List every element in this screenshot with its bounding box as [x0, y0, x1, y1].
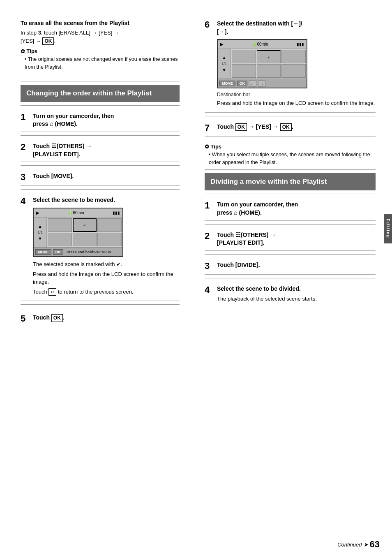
continued-text: Continued: [337, 542, 362, 548]
lcd-thumb-6-1: [232, 50, 256, 63]
step-1-number: 1: [21, 112, 25, 122]
lcd-left-controls-step6: ▲ 1/1 ▼: [218, 49, 231, 79]
checkmark-icon: ✔: [116, 261, 121, 267]
lcd-thumb-6-6: [281, 64, 306, 78]
erase-section: To erase all the scenes from the Playlis…: [21, 16, 180, 78]
step4-note2: Press and hold the image on the LCD scre…: [33, 270, 180, 286]
div-step-2-number: 2: [205, 231, 210, 241]
tips-erase: ✿ Tips The original scenes are not chang…: [21, 48, 180, 71]
lcd-move-btn: MOVE: [35, 249, 51, 255]
bottom-continued: Continued ➤ 63: [337, 539, 380, 550]
lcd-move-btn-6: MOVE: [219, 81, 235, 86]
left-column: To erase all the scenes from the Playlis…: [0, 12, 192, 546]
home-icon-div1: ⌂: [234, 209, 237, 216]
step4-note3: Touch ↩ to return to the previous screen…: [33, 288, 180, 296]
lcd-main-area-step4: ✔: [47, 218, 122, 247]
step-5: 5 Touch OK.: [21, 308, 180, 327]
step-1-title: Turn on your camcorder, thenpress ⌂ (HOM…: [33, 112, 180, 128]
ok-box-step5: OK: [51, 314, 63, 322]
step-2-number: 2: [21, 142, 25, 152]
lcd-main-area-step6: ▲: [231, 49, 307, 79]
div-step-3-title: Touch [DIVIDE].: [217, 261, 376, 269]
lcd-screen-step4: ▶ 🔋60min ▮▮▮ ▲ 1/1 ▼ ✔: [33, 208, 123, 257]
tips-right: ✿ Tips When you select multiple scenes, …: [205, 144, 376, 167]
div-step-1: 1 Turn on your camcorder, thenpress ⌂ (H…: [205, 197, 376, 220]
divider-r7: [205, 278, 376, 278]
lcd-icon-hdd-6: ▶: [220, 42, 224, 46]
step-6: 6 Select the destination with [←]/[→]. ▶…: [205, 16, 376, 113]
tips-right-item-1: When you select multiple scenes, the sce…: [205, 151, 376, 167]
step-6-content: ▶ 🔋60min ▮▮▮ ▲ 1/1 ▼ ▲: [217, 39, 376, 107]
lcd-content-area-step4: ▲ 1/1 ▼ ✔: [34, 218, 122, 247]
step-3-number: 3: [21, 172, 25, 182]
lcd-dest-indicator: ▲: [257, 50, 281, 63]
right-column: 6 Select the destination with [←]/[→]. ▶…: [192, 12, 392, 546]
div-step-2-title: Touch ☷(OTHERS) → [PLAYLIST EDIT].: [217, 231, 376, 247]
div-step-4-content: The playback of the selected scene start…: [217, 295, 376, 303]
page-number: 63: [370, 539, 380, 550]
lcd-thumb-4: [48, 233, 72, 246]
step-4-title: Select the scene to be moved.: [33, 196, 180, 204]
others-icon-div2: ☷: [235, 232, 241, 238]
tips-icon-right: ✿: [205, 144, 209, 150]
divider-r2: [205, 140, 376, 140]
div-step-4-number: 4: [205, 285, 210, 295]
divider-r1: [205, 116, 376, 116]
div-step-4-note: The playback of the selected scene start…: [217, 295, 376, 303]
tips-erase-title: ✿ Tips: [21, 48, 180, 54]
lcd-capacity-6: 🔋60min: [252, 42, 268, 46]
erase-title: To erase all the scenes from the Playlis…: [21, 20, 180, 26]
lcd-counter-6: 1/1: [221, 62, 227, 66]
step-3: 3 Touch [MOVE].: [21, 169, 180, 186]
ok-box-erase: OK: [42, 37, 54, 45]
divider-3: [21, 165, 180, 166]
step-7-title: Touch OK → [YES] → OK.: [217, 123, 376, 131]
div-step-1-title: Turn on your camcorder, thenpress ⌂ (HOM…: [217, 201, 376, 217]
divider-r3: [205, 169, 376, 170]
tips-icon-erase: ✿: [21, 48, 25, 54]
home-icon-1: ⌂: [50, 120, 53, 127]
lcd-thumb-2: ✔: [73, 218, 97, 232]
lcd-icon-hdd: ▶: [36, 211, 39, 215]
tips-right-list: When you select multiple scenes, the sce…: [205, 151, 376, 167]
lcd-thumb-3: [97, 218, 122, 232]
step-5-title: Touch OK.: [33, 314, 180, 322]
lcd-up-arrow: ▲: [38, 224, 42, 229]
step-6-number: 6: [205, 20, 210, 30]
divider-2: [21, 135, 180, 136]
lcd-counter: 1/1: [37, 230, 43, 234]
lcd-ok-btn-6: OK: [237, 81, 248, 86]
lcd-ok-btn-step4: OK: [53, 249, 64, 255]
div-step-3: 3 Touch [DIVIDE].: [205, 258, 376, 275]
step-2-title: Touch ☷(OTHERS) → [PLAYLIST EDIT].: [33, 142, 180, 158]
tips-erase-list: The original scenes are not changed even…: [21, 56, 180, 71]
divider-5: [21, 304, 180, 305]
step-7: 7 Touch OK → [YES] → OK.: [205, 120, 376, 137]
lcd-thumb-5: [73, 233, 97, 246]
lcd-bottom-bar-step4: MOVE OK Press and hold:PREVIEW: [34, 247, 122, 256]
div-step-2: 2 Touch ☷(OTHERS) → [PLAYLIST EDIT].: [205, 228, 376, 251]
div-step-3-number: 3: [205, 261, 210, 271]
step-4: 4 Select the scene to be moved. ▶ 🔋60min…: [21, 193, 180, 301]
lcd-preview-text: Press and hold:PREVIEW: [67, 250, 111, 254]
divider-r4: [205, 194, 376, 194]
lcd-left-arr-btn: ←: [249, 80, 256, 87]
lcd-capacity: 🔋60min: [68, 211, 84, 215]
return-icon: ↩: [48, 288, 56, 296]
lcd-thumb-6-3: [281, 50, 306, 63]
step-5-number: 5: [21, 314, 25, 324]
step-2: 2 Touch ☷(OTHERS) → [PLAYLIST EDIT].: [21, 139, 180, 162]
tips-erase-item-1: The original scenes are not changed even…: [21, 56, 180, 71]
lcd-icon-battery-6: ▮▮▮: [297, 42, 304, 46]
dividing-heading: Dividing a movie within the Playlist: [205, 173, 376, 190]
lcd-down-arrow: ▼: [38, 236, 42, 241]
editing-tab: Editing: [384, 214, 392, 243]
divider-0: [21, 81, 180, 81]
step-4-number: 4: [21, 196, 25, 206]
lcd-content-area-step6: ▲ 1/1 ▼ ▲: [218, 49, 307, 79]
div-step-4: 4 Select the scene to be divided. The pl…: [205, 282, 376, 308]
lcd-thumb-1: [48, 218, 72, 232]
erase-body: In step 3, touch [ERASE ALL] → [YES] → […: [21, 29, 180, 45]
lcd-right-arr-btn: →: [258, 80, 265, 87]
div-step-4-title: Select the scene to be divided.: [217, 285, 376, 293]
